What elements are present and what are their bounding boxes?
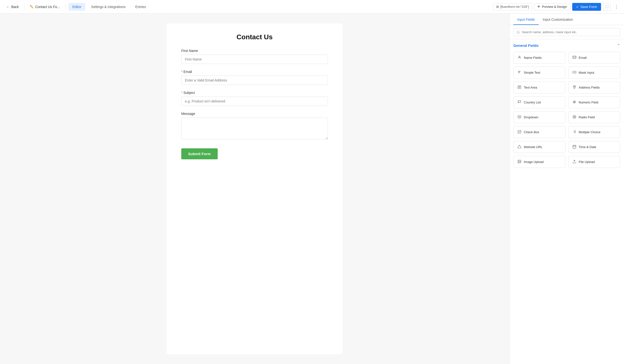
field-card-label: Mask Input <box>579 71 595 74</box>
field-card-image-upload[interactable]: Image Upload <box>513 156 565 168</box>
hash-icon <box>572 100 576 105</box>
subject-input[interactable] <box>181 97 328 106</box>
form-container: Contact Us First Name * Email * <box>167 23 342 354</box>
svg-point-35 <box>519 161 519 161</box>
form-canvas: Contact Us First Name * Email * <box>0 14 509 364</box>
first-name-input[interactable] <box>181 55 328 64</box>
right-panel: Input Fields Input Customization General… <box>509 14 624 364</box>
svg-point-21 <box>573 115 576 118</box>
field-card-numeric-field[interactable]: Numeric Field <box>568 96 620 108</box>
shortcode-button[interactable]: ⊞ [fluentform id="228"] <box>493 3 532 10</box>
field-card-name-fields[interactable]: Name Fields <box>513 52 565 64</box>
save-label: Save Form <box>580 5 597 9</box>
email-icon <box>572 55 576 60</box>
subject-required-star: * <box>181 91 182 94</box>
text-icon <box>518 70 521 75</box>
svg-line-18 <box>574 100 574 103</box>
checkbox-icon <box>518 130 521 135</box>
email-required-star: * <box>181 70 182 73</box>
section-collapse-button[interactable]: ⌃ <box>617 43 620 48</box>
svg-point-2 <box>519 56 520 57</box>
search-input[interactable] <box>522 30 617 34</box>
mask-icon <box>572 70 576 75</box>
field-message: Message <box>181 112 328 140</box>
svg-line-1 <box>519 33 520 33</box>
field-card-label: Country List <box>524 100 541 104</box>
list-icon <box>572 130 576 135</box>
field-subject: * Subject <box>181 91 328 106</box>
svg-point-0 <box>517 31 519 33</box>
field-card-label: Dropdown <box>524 115 538 119</box>
field-card-text-area[interactable]: Text Area <box>513 82 565 93</box>
calendar-icon <box>572 145 576 149</box>
tab-editor[interactable]: Editor <box>68 3 85 11</box>
panel-search-area <box>509 25 624 39</box>
flag-icon <box>518 100 521 105</box>
field-card-label: Email <box>579 56 587 60</box>
first-name-label: First Name <box>181 49 328 53</box>
field-card-label: Check Box <box>524 130 539 134</box>
fields-grid: Name Fields Email Simple Text <box>513 52 620 168</box>
back-arrow-icon: ← <box>6 5 10 9</box>
back-label: Back <box>11 5 19 9</box>
preview-label: Preview & Design <box>542 5 567 9</box>
field-card-radio-field[interactable]: Radio Field <box>568 111 620 123</box>
field-email: * Email <box>181 70 328 85</box>
nav-divider-2 <box>65 4 65 10</box>
person-icon <box>518 55 521 60</box>
field-card-file-upload[interactable]: File Upload <box>568 156 620 168</box>
svg-point-14 <box>574 86 575 87</box>
field-card-label: Time & Date <box>579 145 597 149</box>
textarea-icon <box>518 85 521 90</box>
field-card-label: Simple Text <box>524 71 540 74</box>
save-form-button[interactable]: ✓ Save Form <box>572 3 601 11</box>
field-card-website-url[interactable]: Website URL <box>513 141 565 153</box>
form-title: Contact Us <box>181 33 328 41</box>
preview-button[interactable]: 👁 Preview & Design <box>534 3 570 10</box>
location-icon <box>572 85 576 90</box>
radio-icon <box>572 115 576 119</box>
field-card-multiple-choice[interactable]: Multiple Choice <box>568 126 620 138</box>
field-card-label: Text Area <box>524 86 537 89</box>
dropdown-icon <box>518 115 521 119</box>
submit-button[interactable]: Submit Form <box>181 148 218 159</box>
search-icon <box>517 30 520 34</box>
nav-divider-1 <box>24 4 25 10</box>
svg-rect-20 <box>518 116 521 118</box>
edit-icon: ✏️ <box>30 5 34 9</box>
form-name: ✏️ Contact Us Fo... <box>27 3 62 10</box>
message-textarea[interactable] <box>181 118 328 139</box>
svg-rect-30 <box>573 145 576 148</box>
field-card-simple-text[interactable]: Simple Text <box>513 67 565 79</box>
field-card-email[interactable]: Email <box>568 52 620 64</box>
general-fields-header: General Fields ⌃ <box>513 43 620 48</box>
svg-line-19 <box>575 100 575 103</box>
tab-input-fields[interactable]: Input Fields <box>513 14 539 25</box>
field-card-time-date[interactable]: Time & Date <box>568 141 620 153</box>
tab-settings[interactable]: Settings & Integrations <box>87 3 130 11</box>
svg-point-22 <box>574 116 575 117</box>
back-button[interactable]: ← Back <box>4 3 21 10</box>
general-fields-title: General Fields <box>513 44 539 47</box>
panel-tabs: Input Fields Input Customization <box>509 14 624 25</box>
field-card-label: Image Upload <box>524 160 544 164</box>
email-label: * Email <box>181 70 328 74</box>
field-card-mask-input[interactable]: Mask Input <box>568 67 620 79</box>
top-navigation: ← Back ✏️ Contact Us Fo... Editor Settin… <box>0 0 624 14</box>
tab-entries[interactable]: Entries <box>131 3 150 11</box>
more-options-button[interactable]: ⋮ <box>613 3 620 10</box>
main-layout: Contact Us First Name * Email * <box>0 14 624 364</box>
field-card-check-box[interactable]: Check Box <box>513 126 565 138</box>
message-label: Message <box>181 112 328 116</box>
expand-button[interactable]: ⛶ <box>603 3 611 11</box>
field-card-label: Radio Field <box>579 115 595 119</box>
email-input[interactable] <box>181 76 328 85</box>
field-card-dropdown[interactable]: Dropdown <box>513 111 565 123</box>
tab-input-customization[interactable]: Input Customization <box>539 14 577 25</box>
field-card-country-list[interactable]: Country List <box>513 96 565 108</box>
subject-label: * Subject <box>181 91 328 95</box>
search-box <box>513 28 620 36</box>
url-icon <box>518 145 521 149</box>
field-card-address-fields[interactable]: Address Fields <box>568 82 620 93</box>
shortcode-label: [fluentform id="228"] <box>500 5 529 9</box>
